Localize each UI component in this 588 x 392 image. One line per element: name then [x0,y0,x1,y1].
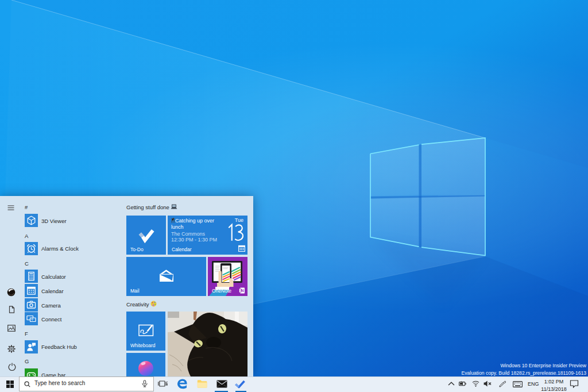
svg-text:N: N [241,289,243,293]
